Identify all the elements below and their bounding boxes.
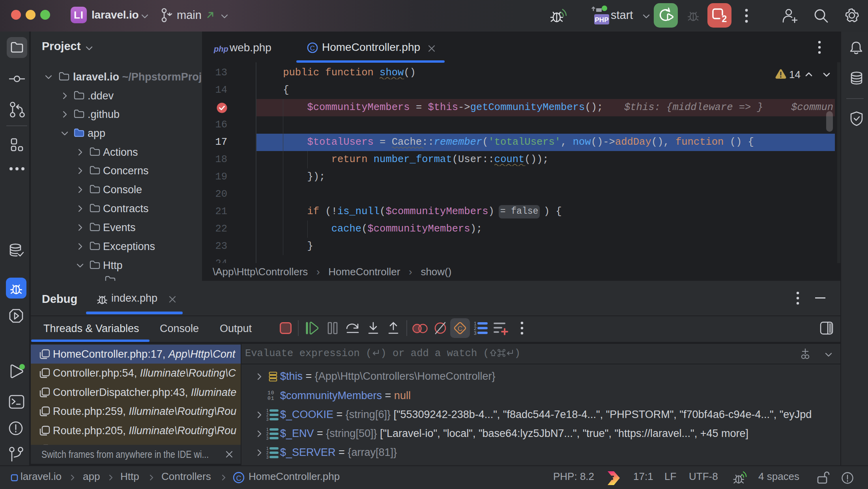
svg-text:1: 1 — [266, 446, 269, 451]
svg-text:2: 2 — [722, 14, 727, 24]
svg-text:C: C — [310, 45, 315, 52]
svg-text:1: 1 — [266, 409, 269, 413]
svg-text:PHP: PHP — [595, 16, 609, 24]
svg-text:3: 3 — [474, 330, 477, 335]
svg-text:2: 2 — [266, 432, 269, 436]
svg-text:2: 2 — [266, 413, 269, 417]
svg-text:3: 3 — [266, 436, 269, 440]
svg-text:C: C — [458, 325, 462, 332]
svg-text:3: 3 — [266, 417, 269, 421]
svg-text:2: 2 — [266, 451, 269, 455]
svg-text:1: 1 — [266, 427, 269, 432]
svg-text:C: C — [236, 474, 241, 482]
svg-text:3: 3 — [266, 455, 269, 459]
